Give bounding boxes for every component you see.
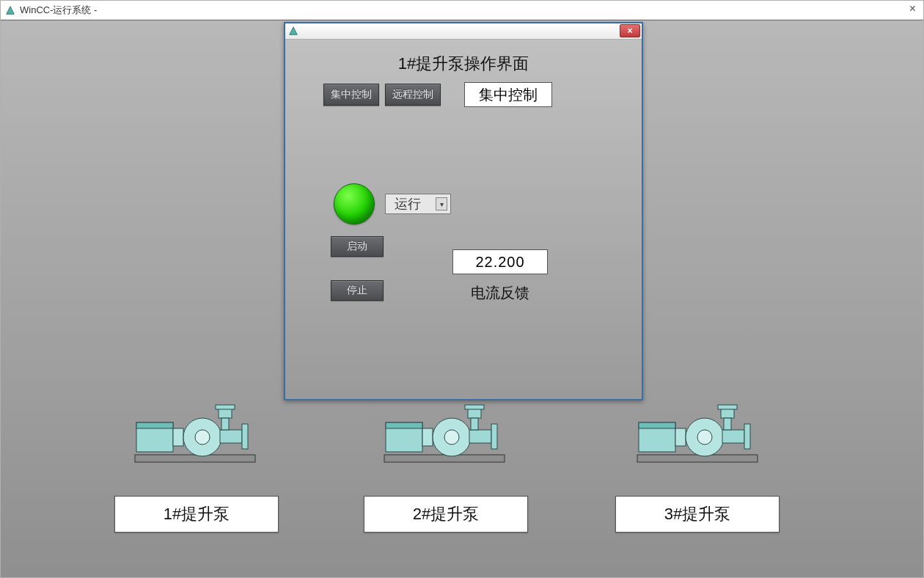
dialog-close-button[interactable]: × (620, 24, 640, 37)
svg-rect-27 (675, 428, 686, 446)
svg-rect-22 (465, 405, 484, 409)
app-window: WinCC-运行系统 - × × 1#提升泵操作界面 集中控制 远程控制 集中控… (0, 0, 924, 578)
window-close-button[interactable]: × (909, 2, 916, 15)
svg-rect-19 (469, 430, 491, 443)
app-logo-icon (5, 5, 15, 15)
svg-rect-12 (221, 418, 229, 430)
chevron-down-icon: ▾ (436, 197, 447, 211)
start-button[interactable]: 启动 (331, 236, 384, 257)
stop-button[interactable]: 停止 (331, 280, 384, 301)
svg-rect-2 (135, 455, 255, 462)
svg-rect-34 (724, 418, 731, 430)
svg-rect-15 (386, 422, 422, 428)
pump-2-button[interactable]: 2#提升泵 (364, 496, 528, 533)
scada-canvas: × 1#提升泵操作界面 集中控制 远程控制 集中控制 运行 ▾ 启动 停止 22… (1, 20, 923, 577)
svg-rect-11 (216, 405, 235, 409)
pump-1-button[interactable]: 1#提升泵 (114, 496, 279, 533)
svg-point-7 (195, 430, 210, 445)
window-titlebar: WinCC-运行系统 - × (1, 1, 923, 20)
current-feedback-label: 电流反馈 (452, 283, 548, 303)
svg-rect-31 (744, 424, 750, 449)
svg-rect-4 (136, 422, 173, 428)
control-mode-display: 集中控制 (464, 82, 552, 107)
svg-marker-0 (7, 6, 15, 14)
svg-rect-30 (722, 430, 744, 443)
svg-point-29 (697, 430, 712, 445)
remote-control-button[interactable]: 远程控制 (385, 84, 441, 106)
svg-point-18 (444, 430, 459, 445)
svg-rect-5 (173, 428, 183, 446)
current-feedback-value: 22.200 (452, 249, 548, 274)
svg-rect-24 (637, 455, 758, 462)
svg-marker-1 (290, 27, 298, 35)
central-control-button[interactable]: 集中控制 (323, 84, 379, 106)
svg-rect-20 (491, 424, 497, 449)
svg-rect-16 (422, 428, 433, 446)
pump-2-icon[interactable] (378, 402, 510, 468)
dialog-logo-icon (288, 26, 298, 36)
run-state-select[interactable]: 运行 ▾ (385, 194, 451, 214)
pump-3-icon[interactable] (631, 402, 763, 468)
pump-control-dialog: × 1#提升泵操作界面 集中控制 远程控制 集中控制 运行 ▾ 启动 停止 22… (284, 22, 643, 400)
dialog-body: 1#提升泵操作界面 集中控制 远程控制 集中控制 运行 ▾ 启动 停止 22.2… (285, 40, 642, 399)
pump-3-button[interactable]: 3#提升泵 (615, 496, 780, 533)
run-status-lamp-icon (334, 183, 375, 224)
run-state-value: 运行 (395, 195, 421, 213)
dialog-heading: 1#提升泵操作界面 (285, 53, 642, 75)
svg-rect-33 (718, 405, 737, 409)
dialog-titlebar[interactable]: × (285, 23, 642, 40)
svg-rect-26 (639, 422, 675, 428)
svg-rect-13 (384, 455, 505, 462)
pump-1-icon[interactable] (129, 402, 261, 468)
svg-rect-9 (242, 424, 248, 449)
svg-rect-8 (220, 430, 242, 443)
svg-rect-23 (471, 418, 478, 430)
window-title: WinCC-运行系统 - (20, 4, 97, 17)
